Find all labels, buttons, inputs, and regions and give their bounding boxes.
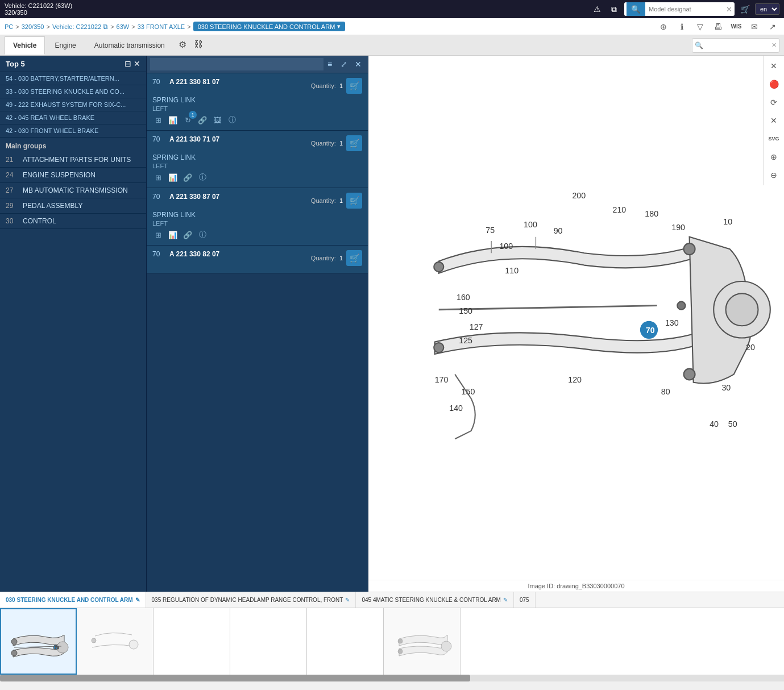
scrollbar-area[interactable] — [0, 675, 784, 681]
thumb-tab-1-edit[interactable]: ✎ — [345, 597, 350, 603]
breadcrumb-320[interactable]: 320/350 — [22, 23, 44, 30]
thumbnail-0[interactable]: 70 — [0, 608, 77, 675]
cart-button[interactable]: 🛒 — [738, 2, 752, 16]
alert-button[interactable]: ⚠ — [590, 2, 604, 16]
top5-close-btn[interactable]: ✕ — [134, 59, 140, 68]
center-toolbar: ≡ ⤢ ✕ — [147, 56, 368, 73]
diagram-svg-btn[interactable]: SVG — [766, 131, 782, 147]
thumb-tab-2[interactable]: 045 4MATIC STEERING KNUCKLE & CONTROL AR… — [356, 592, 514, 608]
part-1-grid-btn[interactable]: ⊞ — [152, 172, 164, 183]
label-80: 80 — [661, 387, 670, 396]
zoom-in-btn[interactable]: ⊕ — [657, 20, 670, 34]
part-1-chart-btn[interactable]: 📊 — [167, 172, 179, 183]
parts-search-input[interactable] — [150, 58, 323, 70]
copy-button[interactable]: ⧉ — [607, 2, 621, 16]
top5-item-3[interactable]: 42 - 045 REAR WHEEL BRAKE — [0, 111, 146, 124]
part-1-sub: LEFT — [152, 163, 362, 169]
diagram-color-btn[interactable]: 🔴 — [766, 76, 782, 92]
group-27[interactable]: 27 MB AUTOMATIC TRANSMISSION — [0, 183, 146, 198]
top5-item-0[interactable]: 54 - 030 BATTERY,STARTER/ALTERN... — [0, 72, 146, 85]
part-2-link-btn[interactable]: 🔗 — [182, 229, 193, 240]
part-2-cart-btn[interactable]: 🛒 — [346, 193, 362, 209]
group-24-num: 24 — [6, 171, 18, 179]
breadcrumb-current-label: 030 STEERING KNUCKLE AND CONTROL ARM — [198, 23, 335, 30]
filter-btn[interactable]: ▽ — [693, 20, 707, 34]
tab-vehicle[interactable]: Vehicle — [5, 36, 45, 55]
diagram-zoom-out-btn[interactable]: ⊖ — [766, 167, 782, 183]
label-150-2: 150 — [462, 387, 475, 396]
print-btn[interactable]: 🖶 — [711, 20, 725, 34]
label-127: 127 — [470, 322, 483, 331]
vehicle-copy-btn[interactable]: ⧉ — [103, 23, 108, 31]
mail-btn[interactable]: ✉ — [748, 20, 761, 34]
tab-automatic-transmission[interactable]: Automatic transmission — [86, 36, 173, 54]
info-btn[interactable]: ℹ — [675, 20, 688, 34]
vehicle-info: Vehicle: C221022 (63W) 320/350 — [5, 2, 72, 16]
model-search-button[interactable]: 🔍 — [627, 2, 645, 16]
thumb-tab-0-edit[interactable]: ✎ — [135, 597, 140, 603]
breadcrumb-vehicle-link[interactable]: Vehicle: C221022 — [52, 23, 101, 30]
part-0-info-btn[interactable]: ⓘ — [226, 114, 238, 126]
close-panel-btn[interactable]: ✕ — [352, 58, 364, 70]
thumb-tab-1[interactable]: 035 REGULATION OF DYNAMIC HEADLAMP RANGE… — [146, 592, 356, 608]
top5-item-1[interactable]: 33 - 030 STEERING KNUCKLE AND CO... — [0, 85, 146, 98]
part-0-cart-btn[interactable]: 🛒 — [346, 78, 362, 94]
diagram-history-btn[interactable]: ⟳ — [766, 94, 782, 110]
diagram-zoom-in-btn[interactable]: ⊕ — [766, 149, 782, 165]
breadcrumb-current[interactable]: 030 STEERING KNUCKLE AND CONTROL ARM ▾ — [193, 22, 346, 31]
sep5: > — [187, 23, 190, 30]
list-view-btn[interactable]: ≡ — [323, 58, 336, 70]
scrollbar-thumb[interactable] — [0, 675, 470, 681]
lang-select[interactable]: en de fr — [755, 3, 779, 15]
thumb-tab-3[interactable]: 075 — [514, 592, 536, 608]
part-0-image-btn[interactable]: 🖼 — [211, 114, 223, 126]
model-search-clear[interactable]: ✕ — [726, 5, 732, 14]
diagram-cross-btn[interactable]: ✕ — [766, 113, 782, 128]
part-2-chart-btn[interactable]: 📊 — [167, 229, 179, 240]
expand-view-btn[interactable]: ⤢ — [338, 58, 350, 70]
top5-item-2[interactable]: 49 - 222 EXHAUST SYSTEM FOR SIX-C... — [0, 98, 146, 111]
tab-chain-icon[interactable]: ⛓ — [190, 36, 206, 52]
part-item-0: 70 A 221 330 81 07 Quantity: 1 🛒 SPRING … — [147, 73, 368, 131]
group-30[interactable]: 30 CONTROL — [0, 214, 146, 229]
group-21[interactable]: 21 ATTACHMENT PARTS FOR UNITS — [0, 152, 146, 168]
group-21-label: ATTACHMENT PARTS FOR UNITS — [23, 156, 131, 164]
part-2-grid-btn[interactable]: ⊞ — [152, 229, 164, 240]
wis-btn[interactable]: WIS — [729, 20, 743, 34]
tab-gear-icon[interactable]: ⚙ — [175, 36, 190, 52]
part-0-link-btn[interactable]: 🔗 — [197, 114, 208, 126]
breadcrumb-front-axle[interactable]: 33 FRONT AXLE — [138, 23, 185, 30]
label-140: 140 — [449, 404, 463, 413]
part-0-grid-btn[interactable]: ⊞ — [152, 114, 164, 126]
part-1-link-btn[interactable]: 🔗 — [182, 172, 193, 183]
part-1-cart-btn[interactable]: 🛒 — [346, 135, 362, 151]
model-search-input[interactable] — [649, 6, 723, 13]
top5-controls: ⊟ ✕ — [125, 59, 140, 68]
part-1-name: SPRING LINK — [152, 153, 362, 161]
part-0-chart-btn[interactable]: 📊 — [167, 114, 179, 126]
svg-point-11 — [11, 639, 17, 645]
tab-engine[interactable]: Engine — [46, 36, 84, 54]
part-3-cart-btn[interactable]: 🛒 — [346, 250, 362, 266]
group-24[interactable]: 24 ENGINE SUSPENSION — [0, 168, 146, 183]
part-2-info-btn[interactable]: ⓘ — [197, 229, 208, 240]
thumb-tab-2-edit[interactable]: ✎ — [503, 597, 508, 603]
top5-item-4[interactable]: 42 - 030 FRONT WHEEL BRAKE — [0, 124, 146, 138]
label-110: 110 — [505, 266, 518, 275]
tab-search-input[interactable] — [703, 42, 771, 49]
breadcrumb-63w[interactable]: 63W — [117, 23, 130, 30]
thumbnail-3[interactable] — [384, 608, 461, 675]
part-1-ref: A 221 330 71 07 — [169, 135, 311, 143]
thumb-tab-0[interactable]: 030 STEERING KNUCKLE AND CONTROL ARM ✎ — [0, 592, 146, 608]
part-1-info-btn[interactable]: ⓘ — [197, 172, 208, 183]
top5-collapse-btn[interactable]: ⊟ — [125, 59, 131, 68]
top5-title: Top 5 — [6, 60, 25, 68]
close-diagram-btn[interactable]: ✕ — [766, 58, 782, 74]
thumbnail-1[interactable] — [77, 608, 154, 675]
tab-search-clear[interactable]: ✕ — [771, 41, 777, 49]
label-120: 120 — [568, 375, 582, 384]
top-bar-actions: ⚠ ⧉ 🔍 ✕ 🛒 en de fr — [590, 2, 779, 16]
group-29[interactable]: 29 PEDAL ASSEMBLY — [0, 198, 146, 214]
breadcrumb-pc[interactable]: PC — [5, 23, 13, 30]
export-btn[interactable]: ↗ — [766, 20, 779, 34]
